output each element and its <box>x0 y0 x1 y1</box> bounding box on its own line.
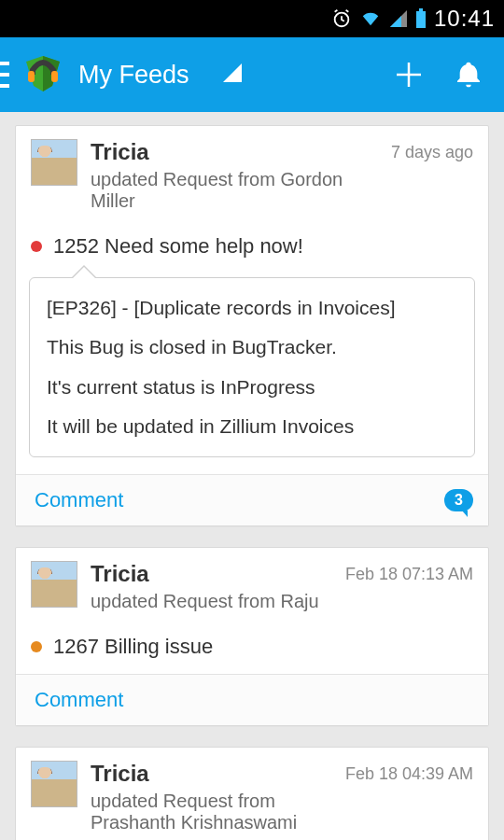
author-name: Tricia <box>91 139 378 165</box>
wifi-icon <box>359 8 382 29</box>
body-line: [EP326] - [Duplicate records in Invoices… <box>47 295 457 321</box>
avatar[interactable] <box>31 561 77 608</box>
feed-card[interactable]: Tricia updated Request from Raju Feb 18 … <box>15 547 489 726</box>
svg-rect-7 <box>28 71 35 82</box>
svg-rect-3 <box>0 62 9 65</box>
timestamp: Feb 18 04:39 AM <box>345 764 473 784</box>
add-button[interactable] <box>379 37 439 112</box>
timestamp: Feb 18 07:13 AM <box>345 565 473 584</box>
feed-list: Tricia updated Request from Gordon Mille… <box>0 112 504 840</box>
status-dot-icon <box>31 641 42 652</box>
page-title[interactable]: My Feeds <box>78 61 189 90</box>
feed-card[interactable]: Tricia updated Request from Prashanth Kr… <box>15 747 489 840</box>
svg-rect-2 <box>419 8 423 11</box>
activity-subtitle: updated Request from Raju <box>91 591 332 612</box>
clock-text: 10:41 <box>434 6 495 32</box>
battery-icon <box>415 8 427 29</box>
svg-rect-5 <box>0 84 9 88</box>
svg-rect-1 <box>416 11 426 28</box>
app-bar: My Feeds <box>0 37 504 112</box>
alarm-icon <box>331 8 352 29</box>
comment-count-badge[interactable]: 3 <box>444 489 473 511</box>
android-status-bar: 10:41 <box>0 0 504 37</box>
svg-rect-4 <box>0 73 9 77</box>
app-logo-icon[interactable] <box>17 49 69 101</box>
author-name: Tricia <box>91 761 332 787</box>
body-line: It's current status is InProgress <box>47 374 457 400</box>
activity-subtitle: updated Request from Gordon Miller <box>91 169 378 212</box>
comment-button[interactable]: Comment <box>35 488 123 512</box>
update-body: [EP326] - [Duplicate records in Invoices… <box>29 277 475 457</box>
timestamp: 7 days ago <box>391 143 473 162</box>
body-line: It will be updated in Zillium Invoices <box>47 413 457 440</box>
body-line: This Bug is closed in BugTracker. <box>47 334 457 360</box>
feed-card[interactable]: Tricia updated Request from Gordon Mille… <box>15 125 489 526</box>
activity-subtitle: updated Request from Prashanth Krishnasw… <box>91 791 332 833</box>
dropdown-indicator-icon[interactable] <box>223 63 242 86</box>
notifications-button[interactable] <box>439 37 498 112</box>
ticket-subject: 1267 Billing issue <box>53 635 213 659</box>
menu-drawer-edge[interactable] <box>0 37 13 112</box>
avatar[interactable] <box>31 761 77 807</box>
ticket-subject: 1252 Need some help now! <box>53 234 303 259</box>
svg-rect-6 <box>51 71 58 82</box>
status-dot-icon <box>31 241 42 252</box>
comment-button[interactable]: Comment <box>35 688 123 712</box>
cell-signal-icon <box>389 9 408 28</box>
avatar[interactable] <box>31 139 77 186</box>
author-name: Tricia <box>91 561 332 587</box>
